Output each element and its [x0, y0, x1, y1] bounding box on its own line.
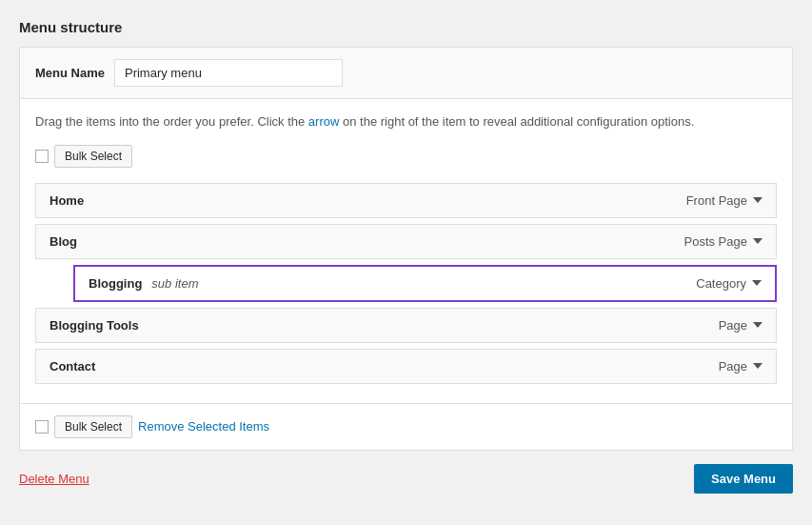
panel-footer: Delete Menu Save Menu	[19, 451, 793, 494]
menu-item-blogging-dropdown-icon[interactable]	[752, 280, 762, 286]
menu-name-input[interactable]	[114, 59, 343, 87]
save-menu-button[interactable]: Save Menu	[694, 464, 793, 494]
menu-item-home-type: Front Page	[686, 193, 747, 208]
arrow-link[interactable]: arrow	[308, 114, 340, 129]
menu-item-blogging-tools-right: Page	[719, 318, 762, 333]
menu-item-contact-type: Page	[719, 359, 747, 374]
menu-item-blogging-tools-type: Page	[719, 318, 747, 333]
bulk-select-bottom-area: Bulk Select Remove Selected Items	[20, 403, 792, 450]
menu-name-label: Menu Name	[35, 66, 105, 80]
menu-item-blog[interactable]: Blog Posts Page	[35, 224, 777, 259]
menu-item-blog-dropdown-icon[interactable]	[753, 238, 762, 244]
menu-item-blogging-label-area: Blogging sub item	[89, 276, 198, 291]
menu-item-blogging-type: Category	[696, 276, 746, 291]
menu-item-blog-label: Blog	[50, 234, 77, 249]
page-title: Menu structure	[19, 19, 793, 35]
menu-item-blog-right: Posts Page	[684, 234, 763, 249]
menu-name-bar: Menu Name	[20, 48, 792, 99]
instruction-text: Drag the items into the order you prefer…	[35, 112, 777, 131]
menu-item-blogging-tools-label-area: Blogging Tools	[50, 318, 139, 333]
bulk-select-top-area: Bulk Select	[35, 145, 777, 168]
menu-item-home-label-area: Home	[50, 193, 84, 208]
menu-item-home-dropdown-icon[interactable]	[753, 197, 762, 203]
menu-item-home-right: Front Page	[686, 193, 762, 208]
menu-item-blog-label-area: Blog	[50, 234, 77, 249]
menu-panel: Menu Name Drag the items into the order …	[19, 47, 793, 451]
bulk-select-top-button[interactable]: Bulk Select	[54, 145, 132, 168]
menu-item-contact-right: Page	[719, 359, 762, 374]
menu-items-list: Home Front Page Blog Posts Page	[35, 183, 777, 390]
menu-item-contact-dropdown-icon[interactable]	[753, 363, 762, 369]
menu-item-blogging-label: Blogging	[89, 276, 142, 291]
bulk-select-bottom-checkbox[interactable]	[35, 420, 49, 434]
menu-item-blogging-sub-label: sub item	[151, 276, 198, 291]
bulk-select-top-checkbox[interactable]	[35, 150, 49, 163]
menu-item-blogging-right: Category	[696, 276, 762, 291]
remove-selected-link[interactable]: Remove Selected Items	[138, 419, 269, 434]
menu-item-home-label: Home	[50, 193, 84, 208]
menu-item-blogging-tools-dropdown-icon[interactable]	[753, 322, 762, 328]
page-container: Menu structure Menu Name Drag the items …	[0, 0, 812, 525]
menu-item-blogging[interactable]: Blogging sub item Category	[73, 265, 777, 302]
menu-item-contact[interactable]: Contact Page	[35, 349, 777, 384]
menu-item-home[interactable]: Home Front Page	[35, 183, 777, 218]
menu-item-contact-label-area: Contact	[50, 359, 95, 374]
menu-item-blogging-tools[interactable]: Blogging Tools Page	[35, 308, 777, 343]
menu-item-contact-label: Contact	[50, 359, 95, 374]
delete-menu-button[interactable]: Delete Menu	[19, 472, 89, 486]
menu-item-blogging-tools-label: Blogging Tools	[50, 318, 139, 333]
bulk-select-bottom-button[interactable]: Bulk Select	[54, 415, 132, 438]
menu-item-blog-type: Posts Page	[684, 234, 748, 249]
panel-body: Drag the items into the order you prefer…	[20, 99, 792, 403]
